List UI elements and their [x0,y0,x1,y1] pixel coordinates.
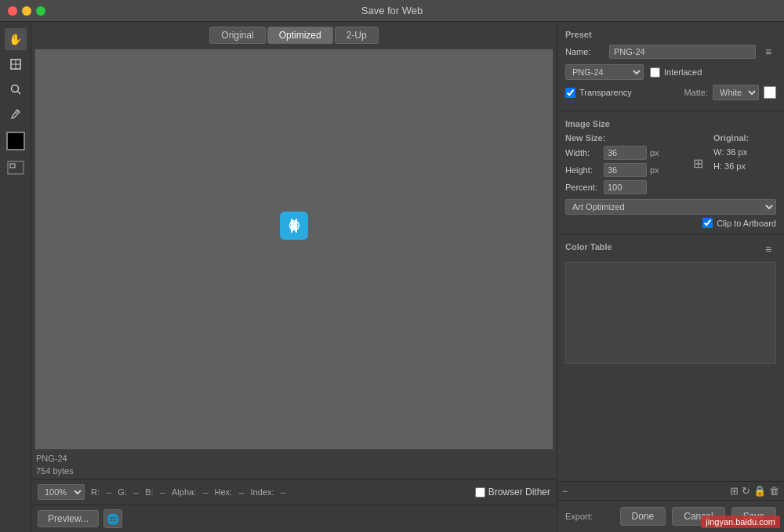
maximize-button[interactable] [36,6,45,16]
transparency-checkbox[interactable] [565,88,575,98]
width-px: px [650,148,659,157]
transparency-text: Transparency [579,88,632,97]
bottom-controls: 100% 50% 200% R: -- G: -- B: -- Alpha: -… [31,479,557,505]
alpha-label: Alpha: [172,487,196,497]
resample-select[interactable]: Art Optimized Bicubic Bilinear [565,199,776,215]
footer-map-icon[interactable]: ⊞ [730,485,739,497]
matte-select[interactable]: White None Black [713,85,759,100]
tab-optimized[interactable]: Optimized [267,27,333,44]
preset-settings-icon[interactable]: ≡ [760,44,776,60]
g-label: G: [118,487,127,497]
preset-name-row: Name: ≡ [565,44,776,60]
hex-label: Hex: [215,487,233,497]
new-size-label: New Size: [565,133,682,143]
height-label: Height: [565,165,601,175]
close-button[interactable] [8,6,17,16]
hand-tool[interactable]: ✋ [5,28,27,50]
resample-row: Art Optimized Bicubic Bilinear [565,199,776,215]
interlaced-label[interactable]: Interlaced [650,67,702,78]
footer-icons: ⊞ ↻ 🔒 🗑 [730,485,779,497]
browser-dither-checkbox-label[interactable]: Browser Dither [475,487,550,498]
done-button[interactable]: Done [620,507,666,526]
image-size-section: Image Size New Size: Width: px Height: p… [557,111,784,235]
original-label: Original: [713,133,776,143]
canvas-info: PNG-24 754 bytes [31,450,557,479]
width-input[interactable] [604,146,647,160]
eyedropper-tool[interactable] [5,103,27,125]
color-table-settings-icon[interactable]: ≡ [760,241,776,257]
svg-rect-6 [10,164,15,168]
percent-label: Percent: [565,183,601,192]
left-toolbar: ✋ [0,22,31,532]
image-preview: ⊕ [280,212,308,240]
original-w: W: 36 px [713,146,776,160]
index-value: -- [280,487,285,497]
color-swatch[interactable] [6,132,25,150]
color-table-label: Color Table [565,242,612,252]
zoom-select[interactable]: 100% 50% 200% [38,484,85,500]
canvas-area: ⊕ [34,49,554,450]
height-px: px [650,165,659,175]
b-value: -- [160,487,165,497]
name-label: Name: [565,47,604,56]
save-button[interactable]: Save [731,507,776,526]
action-bar: Export: Done Cancel Save jingyan.baidu.c… [557,500,784,532]
alpha-value: -- [202,487,208,497]
percent-input[interactable] [604,180,647,194]
window-title: Save for Web [361,5,423,16]
height-input[interactable] [604,163,647,177]
minimize-button[interactable] [22,6,31,16]
preset-section: Preset Name: ≡ PNG-24 PNG-8 JPEG GIF Int… [557,22,784,111]
r-value: -- [106,487,111,497]
matte-label: Matte: [684,88,708,97]
preview-button[interactable]: Preview... [38,510,99,527]
image-map-tool[interactable] [5,157,27,179]
canvas-format: PNG-24 [36,453,552,465]
zoom-tool[interactable] [5,78,27,100]
tab-2up[interactable]: 2-Up [335,27,379,44]
center-area: Original Optimized 2-Up ⊕ [31,22,557,532]
canvas-size: 754 bytes [36,465,552,477]
tab-original[interactable]: Original [209,27,265,44]
svg-point-2 [11,85,18,92]
view-tabs: Original Optimized 2-Up [31,22,557,49]
format-select[interactable]: PNG-24 PNG-8 JPEG GIF [565,64,644,80]
browser-dither-checkbox[interactable] [475,487,485,498]
color-table-header: Color Table ≡ [565,241,776,257]
footer-minus-icon[interactable]: − [562,486,568,497]
globe-button[interactable]: 🌐 [103,509,122,528]
preset-name-input[interactable] [609,45,756,59]
index-label: Index: [251,487,274,497]
right-panel: Preset Name: ≡ PNG-24 PNG-8 JPEG GIF Int… [557,22,784,532]
footer-lock-icon[interactable]: 🔒 [753,485,766,497]
interlaced-checkbox[interactable] [650,67,660,78]
image-size-label: Image Size [565,119,776,128]
g-value: -- [133,487,139,497]
matte-color-swatch[interactable] [764,86,776,99]
r-label: R: [91,487,100,497]
export-label: Export: [565,512,593,521]
main-layout: ✋ [0,22,784,532]
cancel-button[interactable]: Cancel [672,507,724,526]
clip-row: Clip to Artboard [565,218,776,228]
b-label: B: [145,487,153,497]
hex-value: -- [238,487,244,497]
clip-artboard-checkbox[interactable] [702,218,713,228]
clip-artboard-label[interactable]: Clip to Artboard [702,218,776,228]
transparency-row: Transparency Matte: White None Black [565,85,776,100]
slice-tool[interactable] [5,53,27,75]
width-row: Width: px [565,146,682,160]
original-h: H: 36 px [713,160,776,174]
transparency-label[interactable]: Transparency [565,88,632,98]
height-row: Height: px [565,163,682,177]
footer-rotate-icon[interactable]: ↻ [742,485,750,497]
svg-line-3 [17,92,20,95]
format-row: PNG-24 PNG-8 JPEG GIF Interlaced [565,64,776,80]
color-table-area [565,262,776,364]
canvas-inner: ⊕ [35,49,553,449]
percent-row: Percent: [565,180,682,194]
link-proportions-icon[interactable]: ⊞ [690,147,706,179]
footer-delete-icon[interactable]: 🗑 [769,485,779,497]
interlaced-text: Interlaced [664,67,702,77]
titlebar: Save for Web [0,0,784,22]
